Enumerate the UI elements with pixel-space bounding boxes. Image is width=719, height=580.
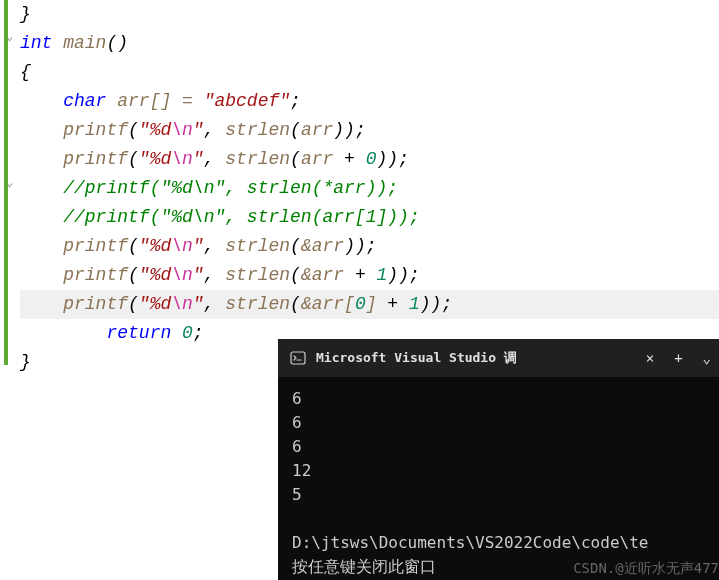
output-line: 6 xyxy=(292,435,705,459)
output-line: 12 xyxy=(292,459,705,483)
close-tab-button[interactable]: × xyxy=(646,350,654,366)
code-line: //printf("%d\n", strlen(*arr)); xyxy=(20,174,719,203)
dropdown-button[interactable]: ⌄ xyxy=(703,350,711,366)
code-line: printf("%d\n", strlen(arr + 0)); xyxy=(20,145,719,174)
output-line: 6 xyxy=(292,411,705,435)
output-blank xyxy=(292,507,705,531)
code-line: printf("%d\n", strlen(&arr + 1)); xyxy=(20,261,719,290)
code-line-current: printf("%d\n", strlen(&arr[0] + 1)); xyxy=(20,290,719,319)
terminal-output[interactable]: 6 6 6 12 5 D:\jtsws\Documents\VS2022Code… xyxy=(278,377,719,580)
output-line: 6 xyxy=(292,387,705,411)
code-line: } xyxy=(20,0,719,29)
code-line: printf("%d\n", strlen(&arr)); xyxy=(20,232,719,261)
new-tab-button[interactable]: + xyxy=(674,350,682,366)
fold-icon[interactable]: ⌄ xyxy=(6,175,13,190)
svg-rect-0 xyxy=(291,352,305,364)
watermark-text: CSDN.@近听水无声477 xyxy=(573,556,719,580)
code-line: { xyxy=(20,58,719,87)
debug-console-window[interactable]: Microsoft Visual Studio 调试控 × + ⌄ 6 6 6 … xyxy=(278,339,719,580)
terminal-icon xyxy=(290,350,306,366)
terminal-titlebar[interactable]: Microsoft Visual Studio 调试控 × + ⌄ xyxy=(278,339,719,377)
fold-icon[interactable]: ⌄ xyxy=(6,29,13,44)
terminal-controls: × + ⌄ xyxy=(646,350,711,366)
code-line: char arr[] = "abcdef"; xyxy=(20,87,719,116)
output-prompt: 按任意键关闭此窗口CSDN.@近听水无声477 xyxy=(292,555,705,579)
terminal-title: Microsoft Visual Studio 调试控 xyxy=(316,349,516,367)
output-path: D:\jtsws\Documents\VS2022Code\code\te xyxy=(292,531,705,555)
editor-gutter: ⌄ ⌄ xyxy=(0,0,18,580)
code-line: int main() xyxy=(20,29,719,58)
code-line: printf("%d\n", strlen(arr)); xyxy=(20,116,719,145)
output-line: 5 xyxy=(292,483,705,507)
code-line: //printf("%d\n", strlen(arr[1])); xyxy=(20,203,719,232)
